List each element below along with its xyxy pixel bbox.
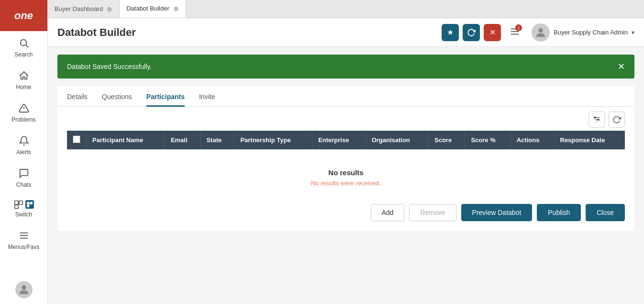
home-icon — [18, 69, 30, 82]
svg-point-13 — [22, 285, 26, 290]
sidebar-item-chats[interactable]: Chats — [0, 161, 47, 194]
user-avatar-small — [15, 281, 33, 298]
remove-button[interactable]: Remove — [409, 204, 456, 221]
close-header-button[interactable]: ✕ — [484, 24, 501, 41]
close-button[interactable]: Close — [586, 204, 625, 221]
banner-close-button[interactable]: ✕ — [618, 61, 625, 72]
col-header-score: Score — [429, 131, 465, 149]
tab-close-databot-builder[interactable]: ⊗ — [173, 5, 179, 12]
tab-close-buyer-dashboard[interactable]: ⊗ — [107, 6, 112, 12]
filter-icon — [592, 115, 601, 124]
sidebar-item-menus[interactable]: Menus/Favs — [0, 224, 47, 256]
inner-panel: Details Questions Participants Invite — [57, 86, 634, 231]
user-details: Buyer Supply Chain Admin — [554, 29, 628, 36]
chevron-down-icon[interactable]: ▾ — [632, 29, 634, 36]
table-header-checkbox — [67, 131, 87, 149]
tab-buyer-dashboard[interactable]: Buyer Dashboard ⊗ — [48, 0, 120, 18]
user-info[interactable]: Buyer Supply Chain Admin ▾ — [532, 23, 634, 42]
close-icon: ✕ — [489, 28, 496, 37]
participants-table: Participant Name Email State Partnership… — [67, 131, 625, 196]
sidebar-item-label: Alerts — [16, 149, 31, 156]
col-header-enterprise: Enterprise — [312, 131, 366, 149]
tab-questions[interactable]: Questions — [102, 86, 132, 107]
sidebar-item-label: Switch — [15, 211, 32, 218]
filter-button[interactable] — [588, 112, 605, 128]
tab-bar: Buyer Dashboard ⊗ Databot Builder ⊗ — [48, 0, 644, 18]
svg-line-1 — [26, 45, 28, 47]
bell-icon — [18, 135, 30, 147]
success-banner: Databot Saved Successfully. ✕ — [57, 55, 634, 79]
svg-rect-4 — [14, 201, 18, 205]
sidebar-item-home[interactable]: Home — [0, 64, 47, 96]
col-header-organisation: Organisation — [366, 131, 428, 149]
preview-databot-button[interactable]: Preview Databot — [461, 204, 533, 221]
no-results-subtitle: No results were received. — [67, 180, 625, 187]
svg-point-22 — [598, 119, 599, 121]
sidebar-avatar[interactable] — [0, 275, 47, 304]
svg-rect-5 — [19, 201, 22, 205]
banner-message: Databot Saved Successfully. — [67, 63, 152, 70]
col-header-actions: Actions — [511, 131, 554, 149]
refresh-table-icon — [612, 115, 621, 124]
switch-icons — [14, 200, 34, 209]
tabs-nav: Details Questions Participants Invite — [57, 86, 634, 107]
sidebar-item-label: Search — [14, 51, 33, 58]
tab-details[interactable]: Details — [67, 86, 88, 107]
menu-icon — [18, 229, 30, 242]
sidebar-item-label: Home — [16, 84, 31, 90]
add-button[interactable]: Add — [371, 204, 405, 221]
chat-icon — [18, 167, 30, 180]
notification-bell[interactable]: 1 — [510, 26, 520, 38]
svg-point-17 — [539, 28, 543, 32]
svg-rect-6 — [14, 205, 18, 209]
col-header-partnership-type: Partnership Type — [234, 131, 312, 149]
header-actions: ★ ✕ 1 — [442, 23, 634, 42]
search-icon — [18, 37, 30, 49]
main-content: Buyer Dashboard ⊗ Databot Builder ⊗ Data… — [48, 0, 644, 304]
sidebar-item-alerts[interactable]: Alerts — [0, 129, 47, 161]
user-name: Buyer Supply Chain Admin — [554, 29, 628, 36]
table-toolbar — [57, 107, 634, 131]
sidebar-item-label: Menus/Favs — [8, 244, 39, 250]
no-results-container: No results No results were received. — [67, 149, 625, 196]
logo-text: one — [14, 10, 33, 22]
star-button[interactable]: ★ — [442, 24, 459, 41]
col-header-email: Email — [165, 131, 200, 149]
table-container: Participant Name Email State Partnership… — [57, 131, 634, 196]
sidebar-item-search[interactable]: Search — [0, 31, 47, 64]
svg-point-21 — [594, 117, 596, 118]
body-content: Databot Saved Successfully. ✕ Details Qu… — [48, 47, 644, 304]
sidebar-item-label: Chats — [16, 181, 31, 188]
col-header-response-date: Response Date — [554, 131, 625, 149]
svg-rect-7 — [27, 202, 29, 204]
tab-invite[interactable]: Invite — [199, 86, 215, 107]
sidebar-item-switch[interactable]: Switch — [0, 194, 47, 224]
star-icon: ★ — [447, 28, 454, 37]
user-avatar — [532, 23, 550, 42]
refresh-icon — [467, 28, 476, 37]
tab-participants[interactable]: Participants — [146, 86, 185, 107]
sidebar: one Search Home Problems — [0, 0, 48, 304]
publish-button[interactable]: Publish — [537, 204, 581, 221]
page-title: Databot Builder — [57, 26, 442, 39]
select-all-checkbox[interactable] — [73, 135, 80, 143]
no-results-title: No results — [67, 169, 625, 177]
svg-rect-8 — [30, 202, 32, 204]
svg-point-0 — [20, 40, 26, 46]
svg-rect-9 — [27, 205, 29, 207]
refresh-table-button[interactable] — [609, 112, 625, 128]
col-header-name: Participant Name — [87, 131, 165, 149]
refresh-button[interactable] — [463, 24, 480, 41]
sidebar-item-problems[interactable]: Problems — [0, 96, 47, 129]
col-header-score-pct: Score % — [465, 131, 511, 149]
alert-icon — [18, 102, 30, 114]
footer-actions: Add Remove Preview Databot Publish Close — [57, 196, 634, 221]
sidebar-logo[interactable]: one — [0, 0, 47, 31]
tab-databot-builder[interactable]: Databot Builder ⊗ — [120, 0, 186, 18]
sidebar-item-label: Problems — [11, 116, 36, 123]
page-header: Databot Builder ★ ✕ 1 — [48, 18, 644, 47]
col-header-state: State — [200, 131, 234, 149]
notification-badge: 1 — [515, 24, 522, 31]
tab-label: Databot Builder — [126, 5, 169, 12]
tab-label: Buyer Dashboard — [55, 5, 103, 12]
